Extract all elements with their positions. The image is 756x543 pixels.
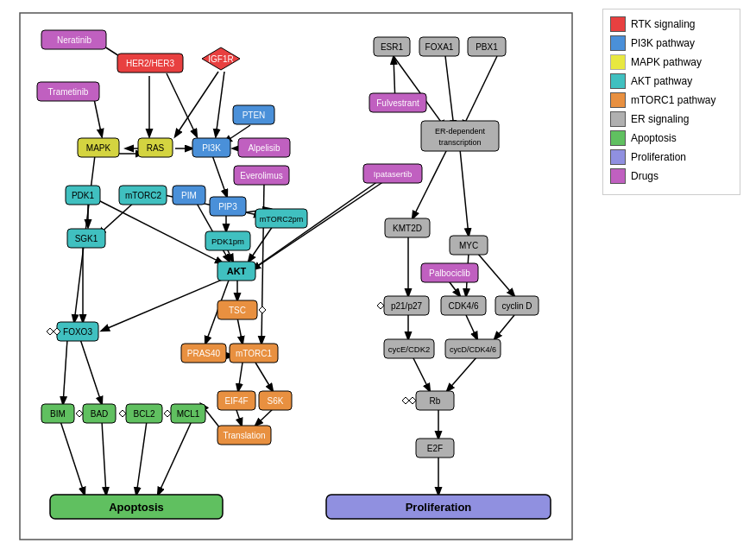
legend-item-pi3k: PI3K pathway: [610, 35, 733, 51]
svg-marker-113: [409, 397, 416, 404]
legend-color-mapk: [610, 54, 626, 70]
svg-line-27: [237, 318, 243, 344]
svg-line-29: [238, 363, 243, 391]
svg-line-41: [394, 56, 445, 128]
svg-line-34: [63, 339, 67, 404]
pathway-diagram: Neratinib HER2/HER3 IGF1R Trametinib MAP…: [16, 9, 585, 543]
legend-label-pi3k: PI3K pathway: [631, 37, 695, 49]
pip3-label: PIP3: [218, 202, 237, 212]
eif4f-label: EIF4F: [224, 396, 248, 406]
mtorc2-label: mTORC2: [125, 191, 161, 200]
svg-line-35: [80, 339, 102, 404]
legend-color-er: [610, 111, 626, 127]
pras40-label: PRAS40: [187, 349, 221, 358]
sgk1-label: SGK1: [75, 234, 98, 243]
svg-line-6: [216, 72, 224, 136]
svg-line-39: [136, 421, 147, 495]
legend-item-er: ER signaling: [610, 111, 733, 127]
er-transcription-label2: transcription: [438, 138, 481, 147]
legend-label-er: ER signaling: [631, 113, 689, 125]
svg-line-38: [102, 421, 106, 495]
proliferation-label: Proliferation: [406, 501, 472, 514]
trametinib-label: Trametinib: [48, 87, 89, 97]
foxo3-label: FOXO3: [63, 327, 92, 337]
legend-label-mtorc1: mTORC1 pathway: [631, 94, 715, 106]
pim-label: PIM: [181, 191, 197, 200]
kmt2d-label: KMT2D: [393, 224, 422, 233]
svg-line-20: [249, 226, 273, 262]
legend-label-drugs: Drugs: [631, 170, 658, 182]
svg-marker-95: [164, 410, 171, 417]
svg-marker-81: [47, 328, 54, 335]
legend-item-akt: AKT pathway: [610, 73, 733, 89]
legend-item-proliferation: Proliferation: [610, 149, 733, 165]
palbociclib-label: Palbociclib: [429, 268, 470, 278]
svg-line-53: [495, 315, 514, 339]
cyclind-label: cyclin D: [501, 301, 532, 311]
esr1-label: ESR1: [381, 42, 404, 52]
igf1r-label: IGF1R: [208, 54, 233, 64]
mtorc2pm-label: mTORC2pm: [260, 215, 303, 224]
foxa1-label: FOXA1: [425, 42, 454, 52]
pi3k-label: PI3K: [202, 143, 221, 153]
her2-her3-label: HER2/HER3: [126, 59, 175, 68]
svg-line-50: [477, 253, 514, 296]
legend-label-mapk: MAPK pathway: [631, 56, 702, 68]
svg-marker-107: [377, 302, 384, 309]
legend-label-proliferation: Proliferation: [631, 151, 686, 163]
svg-marker-91: [76, 410, 83, 417]
legend-label-akt: AKT pathway: [631, 75, 692, 87]
bad-label: BAD: [91, 409, 109, 419]
alpelisib-label: Alpelisib: [248, 143, 280, 153]
pdk1pm-label: PDK1pm: [211, 237, 244, 246]
pbx1-label: PBX1: [476, 42, 498, 52]
legend-color-proliferation: [610, 149, 626, 165]
everolimus-label: Everolimus: [240, 171, 282, 180]
rb-label: Rb: [430, 396, 441, 406]
svg-line-52: [466, 315, 477, 339]
pten-label: PTEN: [243, 110, 266, 120]
akt-label: AKT: [227, 266, 247, 276]
pdk1-label: PDK1: [72, 191, 95, 200]
svg-line-30: [255, 363, 273, 391]
cdk46-label: CDK4/6: [448, 301, 478, 311]
legend-item-rtk: RTK signaling: [610, 16, 733, 32]
svg-rect-1: [20, 13, 572, 540]
legend-label-rtk: RTK signaling: [631, 18, 695, 30]
mtorc1-label: mTORC1: [236, 349, 272, 358]
mapk-label: MAPK: [86, 143, 111, 153]
bcl2-label: BCL2: [133, 409, 154, 419]
svg-line-42: [445, 56, 454, 128]
legend-color-mtorc1: [610, 92, 626, 108]
legend-color-rtk: [610, 16, 626, 32]
svg-line-43: [463, 56, 497, 128]
legend-item-mtorc1: mTORC1 pathway: [610, 92, 733, 108]
bim-label: BIM: [50, 409, 66, 419]
legend-item-drugs: Drugs: [610, 168, 733, 184]
legend-color-akt: [610, 73, 626, 89]
mcl1-label: MCL1: [177, 409, 200, 419]
svg-line-55: [413, 357, 430, 391]
svg-line-11: [212, 155, 227, 197]
legend-item-apoptosis: Apoptosis: [610, 130, 733, 146]
cyce-cdk2-label: cycE/CDK2: [388, 344, 431, 354]
e2f-label: E2F: [427, 444, 443, 453]
er-transcription-label1: ER-dependent: [435, 127, 486, 136]
ipatasertib-label: Ipatasertib: [374, 169, 412, 179]
translation-label: Translation: [223, 431, 265, 440]
svg-marker-114: [402, 397, 409, 404]
p21p27-label: p21/p27: [391, 301, 423, 311]
main-container: Neratinib HER2/HER3 IGF1R Trametinib MAP…: [7, 0, 749, 543]
svg-line-40: [158, 421, 192, 495]
neratinib-label: Neratinib: [57, 35, 91, 45]
legend-label-apoptosis: Apoptosis: [631, 132, 677, 144]
s6k-label: S6K: [268, 396, 284, 406]
legend-color-apoptosis: [610, 130, 626, 146]
myc-label: MYC: [459, 241, 478, 250]
apoptosis-label: Apoptosis: [109, 501, 164, 514]
svg-marker-93: [119, 410, 126, 417]
svg-line-45: [413, 149, 447, 218]
ras-label: RAS: [147, 143, 165, 153]
svg-marker-83: [259, 306, 266, 313]
legend: RTK signaling PI3K pathway MAPK pathway …: [602, 9, 740, 195]
